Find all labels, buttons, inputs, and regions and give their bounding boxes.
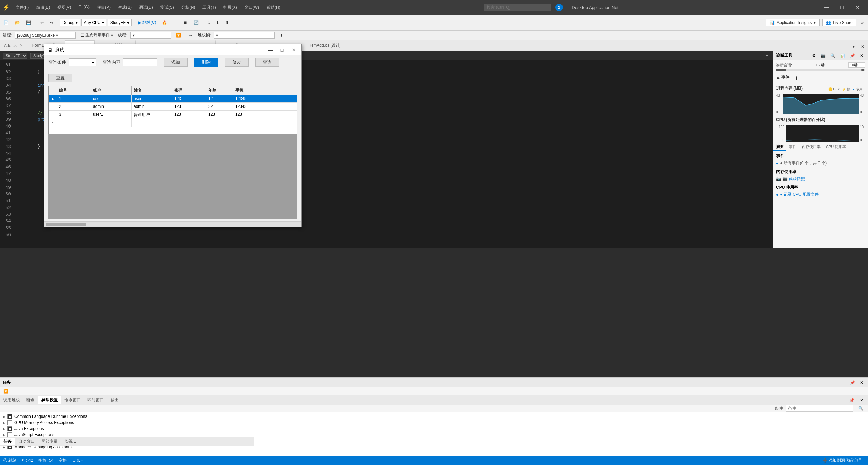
debug-mode-dropdown[interactable]: Debug▾ [60,19,80,26]
save-button[interactable]: 💾 [24,19,34,26]
new-cell6[interactable] [233,119,267,127]
task-panel-pin[interactable]: 📌 [848,379,857,386]
session-input[interactable] [848,62,865,68]
menu-edit[interactable]: 编辑(E) [33,3,53,12]
stack-selector[interactable]: ▾ [214,32,275,39]
menu-analyze[interactable]: 分析(N) [178,3,199,12]
diag-tab-memory[interactable]: 内存使用率 [799,143,823,151]
tab-exception-settings[interactable]: 异常设置 [38,396,61,404]
row3-name[interactable]: 普通用户 [132,111,172,119]
row3-age[interactable]: 123 [206,111,233,119]
new-cell3[interactable] [132,119,172,127]
row2-account[interactable]: admin [91,103,132,110]
feedback-button[interactable]: ☺ [858,19,867,26]
diag-pin-button[interactable]: 📌 [848,52,857,59]
row2-id[interactable]: 2 [57,103,91,110]
scrollbar-thumb[interactable] [46,223,86,226]
restart-button[interactable]: 🔄 [191,19,201,26]
task-filter-button[interactable]: 🔽 [1,388,11,395]
check-clr[interactable]: ■ [7,414,12,419]
tab-tasks[interactable]: 任务 [0,438,15,445]
step-over-button[interactable]: ⤵ [205,19,212,26]
row1-age[interactable]: 12 [206,95,233,102]
row1-id[interactable]: 1 [57,95,91,102]
exception-search[interactable] [786,405,853,412]
query-button[interactable]: 查询 [255,58,279,67]
new-cell[interactable] [57,119,91,127]
tab-output[interactable]: 输出 [107,396,122,404]
dialog-maximize[interactable]: □ [278,46,287,54]
diag-close-button[interactable]: ✕ [858,52,865,59]
menu-window[interactable]: 窗口(W) [241,3,262,12]
check-java[interactable]: ■ [7,426,12,431]
notification-badge[interactable]: 2 [555,4,563,11]
filter-button[interactable]: 🔽 [174,32,183,39]
diag-camera-button[interactable]: 📷 [818,52,828,59]
menu-build[interactable]: 生成(B) [115,3,135,12]
reset-button[interactable]: 重置 [48,74,72,82]
tab-breakpoints[interactable]: 断点 [23,396,38,404]
diag-search-button[interactable]: 🔍 [828,52,837,59]
snapshot-button[interactable]: 📷 📷 截取快照 [776,176,805,182]
open-button[interactable]: 📂 [13,19,22,26]
row1-phone[interactable]: 12345 [233,95,267,102]
tab-callstack[interactable]: 调用堆栈 [0,396,23,404]
row1-password[interactable]: 123 [172,95,206,102]
menu-test[interactable]: 测试(S) [157,3,177,12]
close-button[interactable]: ✕ [850,0,865,15]
tab-watch1[interactable]: 监视 1 [61,438,79,445]
maximize-button[interactable]: □ [834,0,850,15]
stack-nav-button[interactable]: ⬇ [277,32,285,39]
menu-help[interactable]: 帮助(H) [263,3,284,12]
grid-row-3[interactable]: 3 user1 普通用户 123 123 123 [49,111,297,119]
project-selector[interactable]: StudyEF [3,53,27,59]
project-dropdown[interactable]: StudyEF▾ [108,19,132,26]
process-selector[interactable]: [20288] StudyEF.exe ▾ [15,32,76,39]
minimize-button[interactable]: — [818,0,834,15]
goto-button[interactable]: → [186,32,195,39]
step-into-button[interactable]: ⬇ [214,19,222,26]
add-to-source-control[interactable]: ➕ 添加到源代码管理... [823,458,865,463]
tab-locals[interactable]: 局部变量 [38,438,61,445]
data-grid[interactable]: 编号 账户 姓名 密码 年龄 手机 ▶ 1 user user 123 12 1… [48,86,297,134]
event-pause-button[interactable]: ⏸ [791,74,800,82]
menu-extensions[interactable]: 扩展(X) [220,3,240,12]
row2-age[interactable]: 321 [206,103,233,110]
dialog-scrollbar[interactable] [44,221,301,227]
diag-tab-cpu[interactable]: CPU 使用率 [823,143,849,151]
dialog-close[interactable]: ✕ [289,46,298,54]
exception-search-button[interactable]: 🔍 [856,405,865,412]
exception-gpu[interactable]: ▶ GPU Memory Access Exceptions [0,420,868,426]
record-cpu-button[interactable]: ● ● 记录 CPU 配置文件 [776,192,819,197]
pause-button[interactable]: ⏸ [171,19,180,26]
run-continue-button[interactable]: ▶ 继续(C) [136,18,159,27]
new-file-button[interactable]: 📄 [1,19,11,26]
row1-account[interactable]: user [91,95,132,102]
menu-file[interactable]: 文件(F) [12,3,32,12]
thread-selector[interactable]: ▾ [130,32,171,39]
row3-password[interactable]: 123 [172,111,206,119]
exception-clr[interactable]: ▶ ■ Common Language Runtime Exceptions [0,413,868,420]
task-panel-close[interactable]: ✕ [858,379,865,386]
tab-add-cs-close[interactable]: ✕ [19,43,24,48]
row2-name[interactable]: admin [132,103,172,110]
bottom-panel-pin[interactable]: 📌 [847,397,856,404]
diag-chart-button[interactable]: 📊 [838,52,847,59]
menu-view[interactable]: 视图(V) [54,3,74,12]
dialog-minimize[interactable]: — [266,46,275,54]
diag-tab-events[interactable]: 事件 [786,143,799,151]
app-insights-button[interactable]: 📊 Application Insights ▾ [766,19,820,26]
row3-id[interactable]: 3 [57,111,91,119]
row2-phone[interactable]: 12343 [233,103,267,110]
row2-password[interactable]: 123 [172,103,206,110]
menu-git[interactable]: Git(G) [75,3,93,12]
edit-button[interactable]: 修改 [225,58,249,67]
tab-add-cs[interactable]: Add.cs ✕ [0,40,28,51]
tab-command[interactable]: 命令窗口 [61,396,84,404]
delete-button[interactable]: 删除 [194,58,218,67]
diag-tab-summary[interactable]: 摘要 [773,143,786,151]
tab-list-button[interactable]: ▾ [850,43,857,51]
new-cell5[interactable] [206,119,233,127]
diag-settings-button[interactable]: ⚙ [810,52,818,59]
expand-editor-button[interactable]: + [763,52,770,59]
